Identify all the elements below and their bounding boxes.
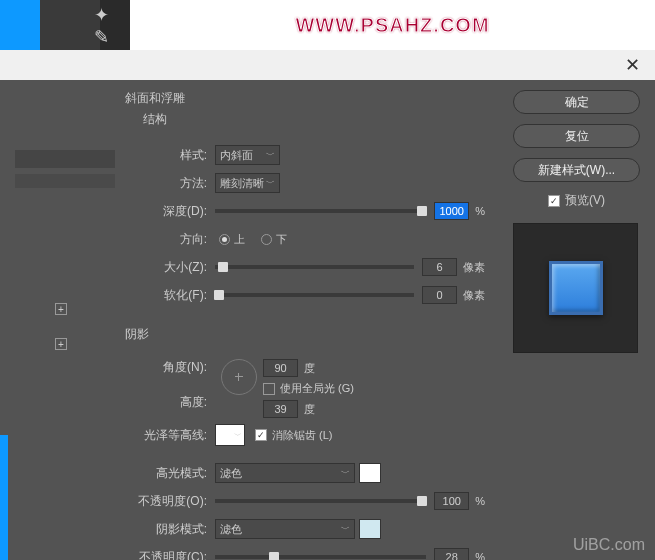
highlight-color-swatch[interactable] (359, 463, 381, 483)
add-style-icon[interactable]: + (55, 303, 67, 315)
altitude-unit: 度 (304, 402, 315, 417)
soften-slider[interactable] (215, 293, 414, 297)
preview-cube (549, 261, 603, 315)
angle-control[interactable] (221, 359, 257, 395)
altitude-input[interactable]: 39 (263, 400, 298, 418)
angle-label: 角度(N): (135, 359, 215, 376)
direction-up-radio[interactable] (219, 234, 230, 245)
bg-url-text: WWW.PSAHZ.COM (295, 14, 489, 37)
bevel-section-title: 斜面和浮雕 (125, 90, 495, 107)
soften-unit: 像素 (463, 288, 485, 303)
style-list-item[interactable] (15, 150, 115, 168)
size-slider[interactable] (215, 265, 414, 269)
new-style-button[interactable]: 新建样式(W)... (513, 158, 640, 182)
direction-down-radio[interactable] (261, 234, 272, 245)
technique-label: 方法: (135, 175, 215, 192)
global-light-label: 使用全局光 (G) (280, 381, 354, 396)
soften-input[interactable]: 0 (422, 286, 457, 304)
soften-label: 软化(F): (135, 287, 215, 304)
shadow-mode-label: 阴影模式: (135, 521, 215, 538)
blue-edge (0, 435, 8, 560)
tool-icon-1[interactable]: ✦ (94, 4, 109, 26)
altitude-label: 高度: (135, 394, 215, 411)
preview-thumbnail (513, 223, 638, 353)
style-select[interactable]: 内斜面﹀ (215, 145, 280, 165)
structure-title: 结构 (143, 111, 495, 128)
preview-checkbox[interactable]: ✓ (548, 195, 560, 207)
style-list-panel: + + (15, 90, 115, 550)
shadow-opacity-input[interactable]: 28 (434, 548, 469, 560)
shading-title: 阴影 (125, 326, 495, 343)
watermark: UiBC.com (573, 536, 645, 554)
direction-up-label: 上 (234, 232, 245, 247)
style-list-item[interactable] (15, 174, 115, 188)
shadow-mode-select[interactable]: 滤色﹀ (215, 519, 355, 539)
shadow-opacity-label: 不透明度(C): (135, 549, 215, 561)
shadow-color-swatch[interactable] (359, 519, 381, 539)
direction-down-label: 下 (276, 232, 287, 247)
depth-unit: % (475, 205, 485, 217)
size-label: 大小(Z): (135, 259, 215, 276)
size-unit: 像素 (463, 260, 485, 275)
shadow-opacity-slider[interactable] (215, 555, 426, 559)
depth-label: 深度(D): (135, 203, 215, 220)
depth-slider[interactable] (215, 209, 426, 213)
highlight-opacity-unit: % (475, 495, 485, 507)
gloss-label: 光泽等高线: (135, 427, 215, 444)
tool-icon-2[interactable]: ✎ (94, 26, 109, 48)
depth-input[interactable]: 1000 (434, 202, 469, 220)
technique-select[interactable]: 雕刻清晰﹀ (215, 173, 280, 193)
highlight-mode-select[interactable]: 滤色﹀ (215, 463, 355, 483)
gloss-contour-picker[interactable]: ﹀ (215, 424, 245, 446)
add-style-icon[interactable]: + (55, 338, 67, 350)
antialias-checkbox[interactable]: ✓ (255, 429, 267, 441)
size-input[interactable]: 6 (422, 258, 457, 276)
angle-unit: 度 (304, 361, 315, 376)
antialias-label: 消除锯齿 (L) (272, 428, 333, 443)
cancel-button[interactable]: 复位 (513, 124, 640, 148)
angle-input[interactable]: 90 (263, 359, 298, 377)
highlight-opacity-input[interactable]: 100 (434, 492, 469, 510)
highlight-opacity-label: 不透明度(O): (135, 493, 215, 510)
highlight-opacity-slider[interactable] (215, 499, 426, 503)
style-label: 样式: (135, 147, 215, 164)
layer-style-dialog: ✕ + + 斜面和浮雕 结构 样式: 内斜面﹀ 方法: (0, 50, 655, 560)
ok-button[interactable]: 确定 (513, 90, 640, 114)
global-light-checkbox[interactable] (263, 383, 275, 395)
direction-label: 方向: (135, 231, 215, 248)
shadow-opacity-unit: % (475, 551, 485, 560)
close-icon[interactable]: ✕ (625, 54, 640, 76)
preview-label: 预览(V) (565, 192, 605, 209)
highlight-mode-label: 高光模式: (135, 465, 215, 482)
